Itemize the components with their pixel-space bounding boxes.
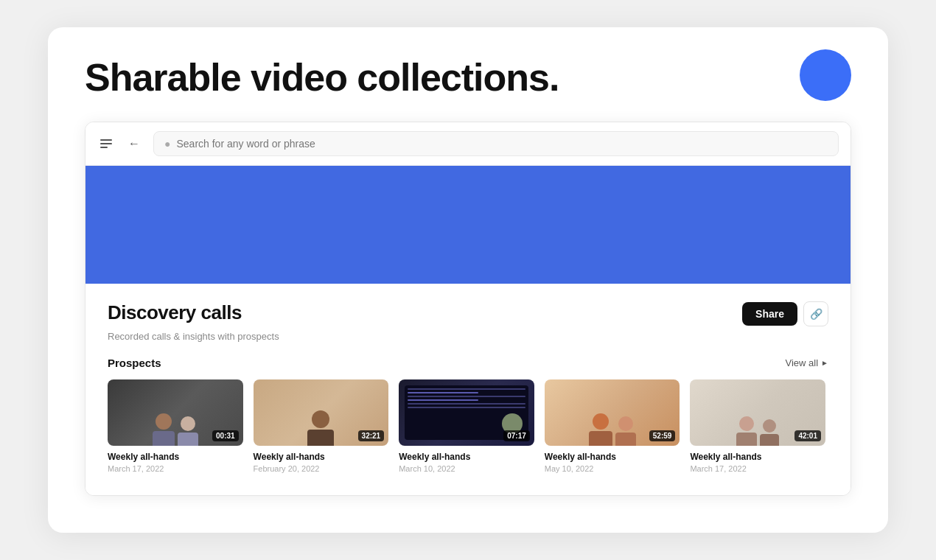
- video-card[interactable]: 52:59 Weekly all-hands May 10, 2022: [545, 379, 680, 473]
- video-thumbnail: 32:21: [254, 379, 389, 446]
- video-date: March 10, 2022: [399, 464, 534, 473]
- section-title: Prospects: [108, 357, 161, 369]
- video-date: February 20, 2022: [254, 464, 389, 473]
- back-arrow-icon: ←: [128, 137, 140, 150]
- video-title: Weekly all-hands: [108, 452, 243, 462]
- video-title: Weekly all-hands: [399, 452, 534, 462]
- search-bar: ●: [153, 131, 839, 156]
- collection-title: Discovery calls: [108, 301, 242, 324]
- video-thumbnail: 07:17: [399, 379, 534, 446]
- duration-badge: 32:21: [358, 430, 385, 441]
- duration-badge: 42:01: [794, 430, 821, 441]
- chevron-right-icon: ►: [821, 359, 828, 367]
- view-all-button[interactable]: View all ►: [786, 357, 828, 368]
- hero-title: Sharable video collections.: [85, 57, 851, 99]
- menu-icon[interactable]: [97, 136, 115, 151]
- duration-badge: 52:59: [649, 430, 676, 441]
- toolbar: ← ●: [85, 122, 851, 166]
- search-input[interactable]: [176, 138, 828, 150]
- video-thumbnail: 42:01: [690, 379, 825, 446]
- app-window: ← ● Discovery calls Share 🔗: [85, 122, 851, 496]
- link-icon: 🔗: [810, 308, 823, 320]
- video-thumbnail: 00:31: [108, 379, 243, 446]
- video-date: March 17, 2022: [690, 464, 825, 473]
- videos-grid: 00:31 Weekly all-hands March 17, 2022 32…: [108, 379, 828, 473]
- collection-header: Discovery calls Share 🔗: [108, 301, 828, 326]
- video-card[interactable]: 42:01 Weekly all-hands March 17, 2022: [690, 379, 825, 473]
- back-button[interactable]: ←: [124, 133, 144, 154]
- header-actions: Share 🔗: [742, 301, 828, 326]
- content-area: Discovery calls Share 🔗 Recorded calls &…: [85, 284, 851, 495]
- blue-circle-decoration: [800, 49, 851, 101]
- duration-badge: 07:17: [503, 430, 530, 441]
- search-icon: ●: [164, 138, 170, 150]
- collection-banner: [85, 166, 851, 284]
- video-date: May 10, 2022: [545, 464, 680, 473]
- video-card[interactable]: 07:17 Weekly all-hands March 10, 2022: [399, 379, 534, 473]
- section-header: Prospects View all ►: [108, 357, 828, 369]
- video-card[interactable]: 32:21 Weekly all-hands February 20, 2022: [254, 379, 389, 473]
- video-title: Weekly all-hands: [545, 452, 680, 462]
- copy-link-button[interactable]: 🔗: [803, 301, 828, 326]
- video-thumbnail: 52:59: [545, 379, 680, 446]
- video-title: Weekly all-hands: [690, 452, 825, 462]
- share-button[interactable]: Share: [742, 302, 797, 326]
- view-all-label: View all: [786, 357, 819, 368]
- video-date: March 17, 2022: [108, 464, 243, 473]
- duration-badge: 00:31: [212, 430, 239, 441]
- video-card[interactable]: 00:31 Weekly all-hands March 17, 2022: [108, 379, 243, 473]
- video-title: Weekly all-hands: [254, 452, 389, 462]
- outer-container: Sharable video collections. ← ● D: [48, 27, 888, 532]
- collection-info: Discovery calls: [108, 301, 242, 324]
- collection-description: Recorded calls & insights with prospects: [108, 331, 828, 342]
